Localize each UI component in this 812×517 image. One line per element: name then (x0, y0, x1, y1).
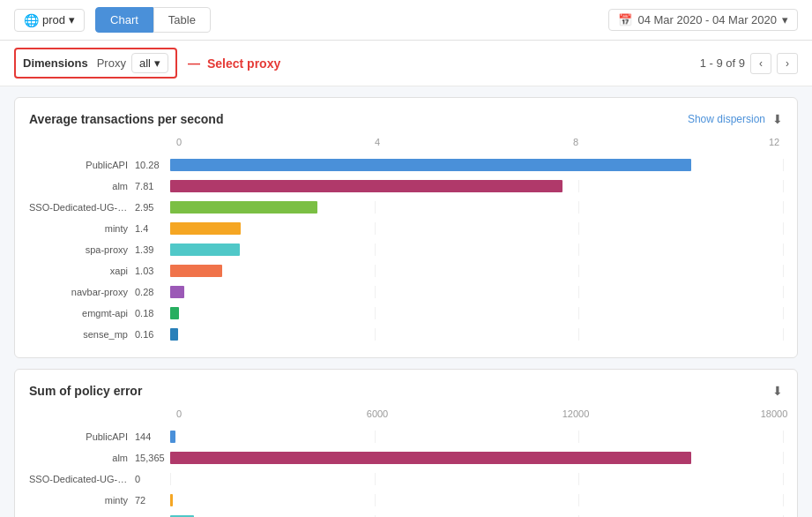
grid-line (578, 286, 579, 298)
chart2-bar-container-0 (170, 431, 783, 443)
next-page-button[interactable]: › (777, 53, 798, 74)
chart-row: SSO-Dedicated-UG-Pr...2.95 (29, 199, 783, 216)
grid-line (783, 244, 784, 256)
grid-line (783, 180, 784, 192)
chart1-row-value-0: 10.28 (135, 160, 170, 170)
tab-table[interactable]: Table (153, 7, 211, 33)
main-content: Average transactions per second Show dis… (0, 86, 812, 517)
grid-line (783, 328, 784, 341)
chart2-row-value-0: 144 (135, 431, 170, 442)
chart1-bar-container-8 (170, 328, 783, 341)
grid-line (170, 473, 171, 485)
chart1-row-label-1: alm (29, 181, 135, 191)
chart1-bar-chart: 04812PublicAPI10.28alm7.81SSO-Dedicated-… (29, 137, 783, 343)
chart1-axis-label-0: 0 (176, 137, 182, 147)
grid-line (578, 222, 579, 235)
grid-line (375, 265, 376, 277)
proxy-label: Proxy (97, 56, 126, 70)
grid-line (375, 431, 376, 443)
chart2-row-value-1: 15,365 (135, 453, 170, 463)
chart-row: SSO-Dedicated-UG-Pr...0 (29, 470, 783, 488)
chart2-rows: PublicAPI144alm15,365SSO-Dedicated-UG-Pr… (29, 428, 783, 517)
chart2-bar-container-2 (170, 473, 783, 485)
chart1-row-label-5: xapi (29, 266, 135, 276)
header: 🌐 prod ▾ Chart Table 📅 04 Mar 2020 - 04 … (0, 0, 812, 41)
show-dispersion-button[interactable]: Show dispersion (688, 113, 765, 125)
grid-line (375, 473, 376, 485)
chart2-title: Sum of policy error (29, 384, 772, 398)
chart1-bar-container-3 (170, 222, 783, 235)
chart1-bar-container-1 (170, 180, 783, 192)
chart1-axis-label-2: 8 (573, 137, 578, 147)
chart2-download-button[interactable]: ⬇ (772, 384, 783, 398)
chart1-row-value-1: 7.81 (135, 181, 170, 191)
chart1-axis-label-1: 4 (375, 137, 380, 147)
grid-line (578, 307, 579, 319)
pagination: 1 - 9 of 9 ‹ › (700, 53, 798, 74)
chart-row: emgmt-api0.18 (29, 304, 783, 322)
chart-row: xapi1.03 (29, 262, 783, 280)
chart-row: spa-proxy699 (29, 513, 783, 517)
grid-line (578, 473, 579, 485)
grid-line (578, 180, 579, 192)
chart1-row-value-8: 0.16 (135, 329, 170, 340)
grid-line (578, 244, 579, 256)
select-proxy-hint: — Select proxy (188, 56, 280, 71)
grid-line (783, 494, 784, 506)
chart2-axis-label-3: 18000 (761, 408, 788, 419)
grid-line (783, 222, 784, 235)
chart1-axis-label-3: 12 (769, 137, 779, 147)
chart1-bar-container-7 (170, 307, 783, 319)
chart2-header: Sum of policy error ⬇ (29, 384, 783, 398)
chart2-row-label-2: SSO-Dedicated-UG-Pr... (29, 474, 135, 484)
grid-line (375, 222, 376, 235)
chart1-header: Average transactions per second Show dis… (29, 112, 783, 126)
chart2-row-value-3: 72 (135, 495, 170, 506)
chart1-download-button[interactable]: ⬇ (772, 112, 783, 126)
dimensions-label: Dimensions (23, 56, 88, 70)
tab-chart[interactable]: Chart (95, 7, 153, 33)
chart1-axis: 04812 (179, 137, 774, 153)
chart1-bar-2 (170, 201, 317, 214)
chart1-row-value-2: 2.95 (135, 202, 170, 213)
grid-line (783, 452, 784, 464)
grid-line (578, 494, 579, 506)
chart1-rows: PublicAPI10.28alm7.81SSO-Dedicated-UG-Pr… (29, 156, 783, 343)
chart-row: sense_mp0.16 (29, 326, 783, 343)
chart1-bar-container-6 (170, 286, 783, 298)
grid-line (578, 265, 579, 277)
all-selector[interactable]: all ▾ (131, 53, 168, 73)
chart1-row-value-3: 1.4 (135, 223, 170, 234)
chart1-row-value-7: 0.18 (135, 308, 170, 318)
chart2-row-label-1: alm (29, 453, 135, 463)
prev-page-button[interactable]: ‹ (750, 53, 771, 74)
chart1-row-label-6: navbar-proxy (29, 287, 135, 297)
env-selector[interactable]: 🌐 prod ▾ (14, 9, 85, 32)
chart-row: PublicAPI10.28 (29, 156, 783, 174)
grid-line (783, 201, 784, 214)
chart2-bar-chart: 060001200018000PublicAPI144alm15,365SSO-… (29, 408, 783, 517)
tab-bar: Chart Table (95, 7, 211, 33)
date-chevron-icon: ▾ (782, 13, 788, 26)
chart1-row-label-0: PublicAPI (29, 160, 135, 170)
grid-line (783, 286, 784, 298)
chart1-row-label-7: emgmt-api (29, 308, 135, 318)
grid-line (783, 159, 784, 171)
chart2-axis: 060001200018000 (179, 408, 774, 424)
date-range-selector[interactable]: 📅 04 Mar 2020 - 04 Mar 2020 ▾ (608, 9, 798, 31)
date-range-label: 04 Mar 2020 - 04 Mar 2020 (637, 13, 777, 26)
grid-line (375, 201, 376, 214)
chart1-bar-6 (170, 286, 184, 298)
chart1-row-value-4: 1.39 (135, 244, 170, 255)
grid-line (783, 265, 784, 277)
chart-row: alm15,365 (29, 449, 783, 467)
chart-row: alm7.81 (29, 177, 783, 195)
calendar-icon: 📅 (618, 13, 632, 26)
chart1-title: Average transactions per second (29, 112, 688, 126)
chart-avg-tps: Average transactions per second Show dis… (14, 97, 798, 358)
chart2-row-label-0: PublicAPI (29, 431, 135, 442)
all-chevron-icon: ▾ (154, 56, 160, 70)
chart-row: PublicAPI144 (29, 428, 783, 446)
chart1-row-label-4: spa-proxy (29, 244, 135, 255)
chart2-bar-3 (170, 494, 173, 506)
